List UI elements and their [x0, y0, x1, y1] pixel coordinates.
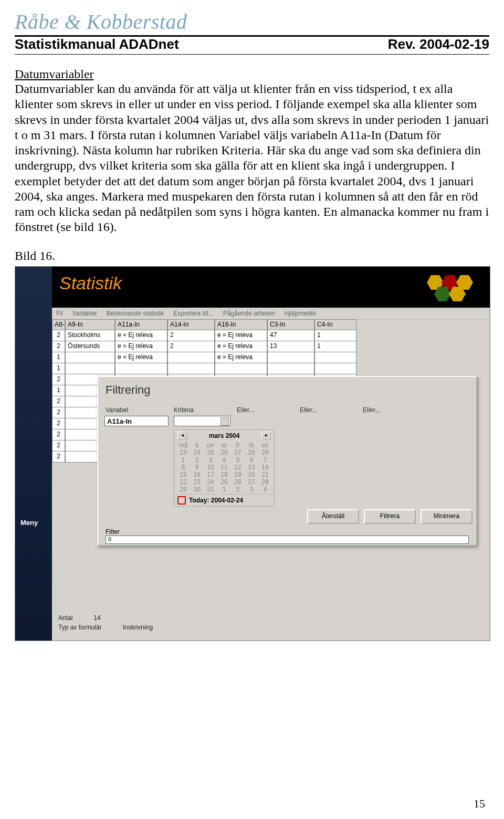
calendar-day[interactable]: 25	[204, 449, 217, 456]
column-header[interactable]: A8-In	[52, 319, 65, 330]
calendar-day[interactable]: 9	[190, 464, 204, 471]
calendar-day[interactable]: 28	[245, 449, 258, 456]
grid-cell[interactable]	[65, 352, 115, 363]
menubar-item[interactable]: Variabler	[72, 310, 97, 317]
grid-cell[interactable]: e = Ej releva	[215, 352, 267, 363]
criteria-dropdown[interactable]	[174, 416, 230, 426]
calendar-day[interactable]: 20	[245, 471, 258, 478]
grid-cell[interactable]: 1	[52, 352, 65, 363]
grid-cell[interactable]: e = Ej releva	[115, 330, 167, 341]
grid-cell[interactable]	[267, 363, 314, 374]
grid-cell[interactable]: e = Ej releva	[115, 352, 167, 363]
calendar-day[interactable]: 23	[190, 478, 204, 486]
column-header[interactable]: A11a-In	[115, 319, 167, 330]
calendar-day[interactable]: 2	[231, 486, 245, 493]
calendar-day[interactable]: 14	[258, 464, 272, 471]
minimize-button[interactable]: Minimera	[421, 509, 472, 524]
grid-cell[interactable]	[167, 352, 215, 363]
grid-cell[interactable]: 2	[52, 330, 65, 341]
calendar-grid[interactable]: 2324252627282912345678910111213141516171…	[174, 449, 274, 494]
calendar-day[interactable]: 25	[217, 478, 231, 486]
menubar-item[interactable]: Hjälpmedel	[285, 310, 316, 317]
calendar-day[interactable]: 5	[231, 456, 245, 464]
grid-cell[interactable]: 2	[52, 418, 65, 429]
grid-cell[interactable]	[215, 363, 267, 374]
menubar-item[interactable]: Beskrivande statistik	[107, 310, 164, 317]
grid-cell[interactable]	[65, 363, 115, 374]
calendar-day[interactable]: 24	[204, 478, 217, 486]
calendar-day[interactable]: 23	[176, 449, 190, 456]
column-header[interactable]: A14-In	[167, 319, 215, 330]
grid-cell[interactable]: 1	[314, 341, 356, 352]
calendar-day[interactable]: 19	[231, 471, 245, 478]
calendar-day[interactable]: 27	[231, 449, 245, 456]
calendar-day[interactable]: 3	[245, 486, 258, 493]
filter-input[interactable]: 0	[106, 536, 469, 544]
grid-cell[interactable]: 47	[267, 330, 314, 341]
calendar-day[interactable]: 17	[204, 471, 217, 478]
calendar-day[interactable]: 16	[190, 471, 204, 478]
grid-cell[interactable]	[314, 363, 356, 374]
grid-cell[interactable]: Östersunds	[65, 341, 115, 352]
grid-cell[interactable]: 1	[314, 330, 356, 341]
menubar-item[interactable]: Pågående arbeten	[223, 310, 275, 317]
variable-input[interactable]: A11a-In	[104, 416, 169, 426]
grid-cell[interactable]: 1	[52, 385, 65, 396]
grid-cell[interactable]: 2	[167, 330, 215, 341]
grid-cell[interactable]: 2	[52, 407, 65, 418]
calendar-day[interactable]: 27	[245, 478, 258, 486]
grid-cell[interactable]: 2	[167, 341, 215, 352]
calendar-day[interactable]: 10	[204, 464, 217, 471]
reset-button[interactable]: Återställ	[307, 509, 359, 524]
column-header[interactable]: C4-In	[314, 319, 356, 330]
grid-cell[interactable]	[314, 352, 356, 363]
grid-cell[interactable]: 2	[52, 374, 65, 385]
calendar-day[interactable]: 4	[217, 456, 231, 464]
grid-cell[interactable]: 1	[52, 363, 65, 374]
column-header[interactable]: C3-In	[267, 319, 314, 330]
grid-cell[interactable]	[267, 352, 314, 363]
grid-cell[interactable]: 2	[52, 452, 65, 463]
grid-cell[interactable]	[167, 363, 215, 374]
calendar-day[interactable]: 26	[231, 478, 245, 486]
grid-cell[interactable]: e = Ej releva	[215, 341, 267, 352]
grid-cell[interactable]: 13	[267, 341, 314, 352]
grid-cell[interactable]: Stockholms	[65, 330, 115, 341]
column-header[interactable]: A16-In	[215, 319, 267, 330]
calendar-day[interactable]: 12	[231, 464, 245, 471]
calendar-prev-button[interactable]: ◂	[177, 432, 187, 440]
calendar-day[interactable]: 6	[245, 456, 258, 464]
calendar-day[interactable]: 21	[258, 471, 272, 478]
calendar-day[interactable]: 29	[258, 449, 272, 456]
calendar-day[interactable]: 22	[176, 478, 190, 486]
calendar-day[interactable]: 30	[190, 486, 204, 493]
grid-cell[interactable]: e = Ej releva	[215, 330, 267, 341]
grid-cell[interactable]: e = Ej releva	[115, 341, 167, 352]
calendar-day[interactable]: 28	[258, 478, 272, 486]
calendar-day[interactable]: 1	[176, 456, 190, 464]
menubar-item[interactable]: Fil	[56, 310, 63, 317]
calendar-day[interactable]: 11	[217, 464, 231, 471]
calendar-day[interactable]: 24	[190, 449, 204, 456]
grid-cell[interactable]: 2	[52, 429, 65, 440]
calendar-day[interactable]: 4	[258, 486, 272, 493]
calendar-day[interactable]: 29	[176, 486, 190, 493]
grid-cell[interactable]	[115, 363, 167, 374]
grid-cell[interactable]: 2	[52, 341, 65, 352]
grid-cell[interactable]: 2	[52, 396, 65, 407]
calendar-day[interactable]: 13	[245, 464, 258, 471]
calendar-day[interactable]: 8	[176, 464, 190, 471]
calendar-day[interactable]: 7	[258, 456, 272, 464]
calendar-next-button[interactable]: ▸	[261, 432, 271, 440]
calendar-day[interactable]: 18	[217, 471, 231, 478]
filter-button[interactable]: Filtrera	[364, 509, 416, 524]
calendar-today-row[interactable]: Today: 2004-02-24	[174, 494, 274, 506]
calendar-day[interactable]: 31	[204, 486, 217, 493]
calendar-day[interactable]: 1	[217, 486, 231, 493]
column-header[interactable]: A9-In	[65, 319, 115, 330]
calendar-day[interactable]: 15	[176, 471, 190, 478]
menubar-item[interactable]: Exportera till...	[173, 310, 214, 317]
calendar-day[interactable]: 26	[217, 449, 231, 456]
sidebar-menu-label[interactable]: Meny	[20, 519, 38, 527]
calendar-day[interactable]: 3	[204, 456, 217, 464]
